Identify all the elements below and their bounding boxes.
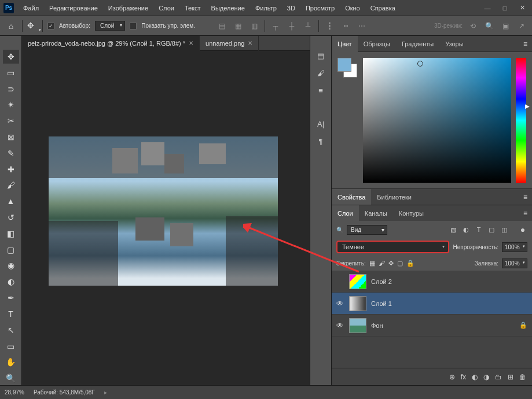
canvas-area[interactable]: [22, 51, 310, 385]
filter-shape-icon[interactable]: ▢: [487, 226, 496, 234]
distribute-v-icon[interactable]: ┅: [340, 21, 351, 31]
fill-input[interactable]: 100%: [502, 258, 527, 268]
blur-tool[interactable]: ◉: [3, 259, 19, 273]
move-tool[interactable]: ✥: [3, 50, 19, 64]
search-icon[interactable]: 🔍: [483, 21, 495, 31]
filter-adjust-icon[interactable]: ◐: [461, 226, 471, 234]
hand-tool[interactable]: ✋: [3, 355, 19, 369]
menu-image[interactable]: Изображение: [105, 2, 152, 14]
fg-bg-swatch[interactable]: [337, 58, 358, 79]
panel-menu-icon[interactable]: ≡: [519, 40, 532, 48]
layer-name[interactable]: Слой 2: [371, 278, 392, 285]
visibility-icon[interactable]: 👁: [336, 322, 344, 330]
lock-all-icon[interactable]: 🔒: [406, 260, 414, 267]
eyedropper-tool[interactable]: ✎: [3, 146, 19, 160]
type-tool[interactable]: T: [3, 307, 19, 321]
move-tool-icon[interactable]: ✥: [27, 21, 38, 31]
align-right-icon[interactable]: ▥: [248, 21, 260, 31]
menu-3d[interactable]: 3D: [284, 2, 299, 14]
panel-menu-icon[interactable]: ≡: [519, 209, 532, 217]
visibility-icon[interactable]: 👁: [336, 300, 344, 308]
opacity-input[interactable]: 100%: [502, 242, 527, 252]
lock-move-icon[interactable]: ✥: [388, 260, 394, 267]
wand-tool[interactable]: ✴: [3, 98, 19, 112]
tab-color[interactable]: Цвет: [332, 36, 358, 52]
link-layers-icon[interactable]: ⊕: [449, 373, 455, 381]
menu-file[interactable]: Файл: [20, 2, 42, 14]
lasso-tool[interactable]: ⊃: [3, 82, 19, 96]
panel-char-icon[interactable]: A|: [314, 118, 328, 130]
layer-name[interactable]: Фон: [371, 322, 383, 329]
menu-window[interactable]: Окно: [342, 2, 364, 14]
auto-select-dropdown[interactable]: Слой: [95, 21, 125, 31]
heal-tool[interactable]: ✚: [3, 162, 19, 176]
filter-pixel-icon[interactable]: ▧: [449, 226, 458, 234]
tab-layers[interactable]: Слои: [332, 205, 359, 221]
layer-row[interactable]: 👁 Слой 1: [332, 293, 532, 315]
lock-brush-icon[interactable]: 🖌: [379, 260, 385, 267]
maximize-button[interactable]: □: [498, 3, 511, 13]
align-bot-icon[interactable]: ┴: [302, 21, 314, 31]
gradient-tool[interactable]: ▢: [3, 243, 19, 257]
panel-menu-icon[interactable]: ≡: [519, 193, 532, 201]
menu-view[interactable]: Просмотр: [302, 2, 338, 14]
show-controls-checkbox[interactable]: [130, 23, 137, 29]
doc-tab[interactable]: unnamed.png ✕: [200, 36, 259, 51]
arrange-icon[interactable]: ▣: [500, 21, 511, 31]
layer-thumbnail[interactable]: [349, 274, 366, 289]
panel-brush-icon[interactable]: 🖌: [314, 67, 328, 79]
tab-gradients[interactable]: Градиенты: [396, 36, 439, 52]
pen-tool[interactable]: ✒: [3, 291, 19, 305]
3d-orbit-icon[interactable]: ⟲: [467, 21, 479, 31]
group-icon[interactable]: 🗀: [495, 373, 502, 381]
minimize-button[interactable]: —: [481, 3, 494, 13]
zoom-tool[interactable]: 🔍: [3, 371, 19, 385]
tab-libraries[interactable]: Библиотеки: [371, 189, 417, 205]
filter-toggle-icon[interactable]: ●: [518, 225, 527, 234]
delete-layer-icon[interactable]: 🗑: [519, 373, 526, 381]
tab-properties[interactable]: Свойства: [332, 189, 371, 205]
auto-select-checkbox[interactable]: ✓: [47, 23, 54, 29]
layer-thumbnail[interactable]: [349, 318, 366, 333]
align-top-icon[interactable]: ┬: [270, 21, 281, 31]
share-icon[interactable]: ↗: [516, 21, 527, 31]
crop-tool[interactable]: ✂: [3, 114, 19, 128]
align-left-icon[interactable]: ▤: [216, 21, 228, 31]
ram-usage[interactable]: Рабочий: 543,8M/5,08Г: [34, 389, 95, 396]
hue-marker[interactable]: ▶: [525, 103, 530, 109]
frame-tool[interactable]: ⊠: [3, 130, 19, 144]
menu-edit[interactable]: Редактирование: [46, 2, 101, 14]
menu-select[interactable]: Выделение: [208, 2, 248, 14]
new-layer-icon[interactable]: ⊞: [508, 373, 513, 381]
mask-icon[interactable]: ◐: [472, 373, 478, 381]
menu-text[interactable]: Текст: [181, 2, 204, 14]
filter-search-icon[interactable]: 🔍: [336, 227, 343, 233]
close-button[interactable]: ✕: [516, 3, 529, 13]
layer-row[interactable]: 👁 Фон 🔒: [332, 315, 532, 337]
tab-close-icon[interactable]: ✕: [189, 40, 193, 46]
panel-adjust-icon[interactable]: ≡: [314, 84, 328, 96]
panel-color-icon[interactable]: ▤: [314, 50, 328, 61]
lock-icon[interactable]: 🔒: [519, 322, 527, 329]
menu-filter[interactable]: Фильтр: [252, 2, 280, 14]
adjustment-icon[interactable]: ◑: [483, 373, 489, 381]
doc-tab-active[interactable]: peiz-priroda_voda-nebo.jpg @ 29% (Слой 1…: [22, 36, 200, 51]
tab-paths[interactable]: Контуры: [393, 205, 430, 221]
layer-thumbnail[interactable]: [349, 296, 366, 311]
align-mid-icon[interactable]: ┼: [286, 21, 298, 31]
more-align-icon[interactable]: ⋯: [356, 21, 368, 31]
menu-layers[interactable]: Слои: [155, 2, 178, 14]
fg-color-swatch[interactable]: [337, 58, 351, 72]
tab-swatches[interactable]: Образцы: [358, 36, 396, 52]
marquee-tool[interactable]: ▭: [3, 66, 19, 80]
color-field[interactable]: [363, 58, 511, 183]
color-picker-marker[interactable]: [417, 61, 423, 66]
eraser-tool[interactable]: ◧: [3, 227, 19, 241]
distribute-h-icon[interactable]: ┇: [324, 21, 335, 31]
fx-icon[interactable]: fx: [461, 373, 466, 381]
layer-row[interactable]: Слой 2: [332, 271, 532, 293]
filter-smart-icon[interactable]: ◫: [500, 226, 509, 234]
panel-para-icon[interactable]: ¶: [314, 135, 328, 147]
path-tool[interactable]: ↖: [3, 323, 19, 337]
stamp-tool[interactable]: ▲: [3, 194, 19, 208]
